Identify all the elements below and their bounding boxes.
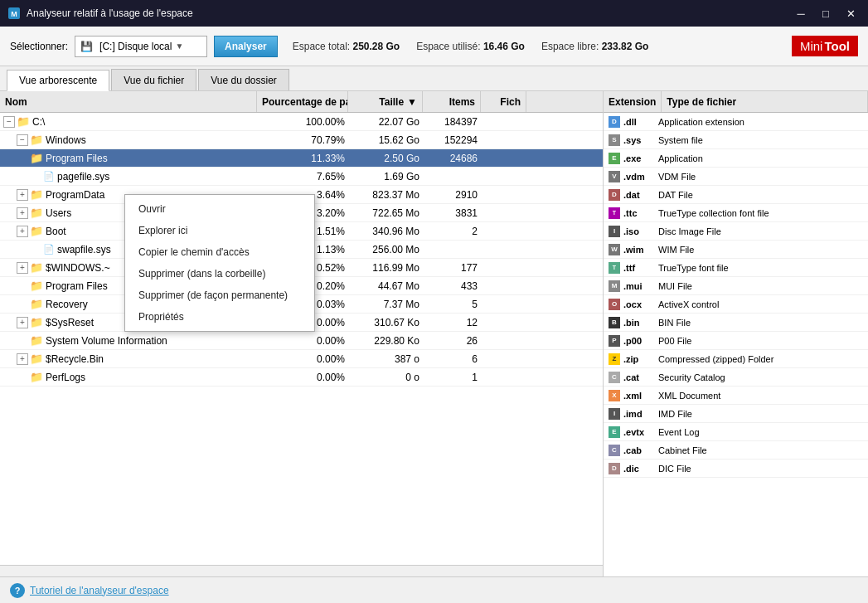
ext-row[interactable]: V.vdmVDM File	[604, 168, 868, 186]
ext-extension-label: .xml	[623, 391, 642, 401]
tree-row-fich	[481, 113, 526, 130]
ext-type-icon: D	[609, 463, 620, 474]
tab-folder-view[interactable]: Vue du dossier	[198, 69, 289, 90]
brand-mini: Mini	[800, 39, 823, 53]
tree-panel: Nom Pourcentage de parent Taille ▼ Items…	[0, 91, 604, 576]
tree-row-taille: 0 o	[348, 368, 423, 386]
ext-type-label: XML Document	[653, 387, 868, 404]
expand-button[interactable]: +	[17, 262, 28, 274]
ext-row[interactable]: E.evtxEvent Log	[604, 423, 868, 441]
ext-row[interactable]: I.isoDisc Image File	[604, 222, 868, 241]
col-header-nom[interactable]: Nom	[0, 91, 257, 112]
ext-type-icon: V	[609, 171, 620, 182]
tree-row[interactable]: +📁$Recycle.Bin0.00%387 o6	[0, 350, 603, 368]
close-button[interactable]: ✕	[840, 4, 861, 22]
tree-row-pct: 70.79%	[257, 131, 348, 148]
tree-row-items: 184397	[423, 113, 481, 130]
col-header-pourcentage[interactable]: Pourcentage de parent	[257, 91, 348, 112]
ext-row[interactable]: E.exeApplication	[604, 149, 868, 168]
collapse-button[interactable]: −	[3, 116, 15, 128]
tree-row-name: Recovery	[46, 299, 88, 310]
tree-row-taille: 22.07 Go	[348, 113, 423, 130]
context-menu-item[interactable]: Supprimer (dans la corbeille)	[125, 263, 314, 284]
free-space-label: Espace libre:	[541, 41, 599, 52]
tree-row-taille: 722.65 Mo	[348, 204, 423, 221]
ext-row[interactable]: Z.zipCompressed (zipped) Folder	[604, 350, 868, 368]
sort-arrow-icon: ▼	[407, 96, 417, 108]
ext-type-icon: E	[609, 426, 620, 438]
ext-row[interactable]: P.p00P00 File	[604, 332, 868, 350]
tree-row[interactable]: 📁PerfLogs0.00%0 o1	[0, 368, 603, 387]
tree-row-fich	[481, 277, 526, 294]
ext-extension-label: .vdm	[623, 172, 645, 182]
context-menu-item[interactable]: Propriétés	[125, 306, 314, 328]
ext-type-icon: T	[609, 207, 620, 219]
tree-row[interactable]: −📁Windows70.79%15.62 Go152294	[0, 131, 603, 149]
tree-row-items: 6	[423, 350, 481, 367]
context-menu-item[interactable]: Explorer ici	[125, 220, 314, 241]
ext-type-icon: X	[609, 390, 620, 401]
ext-type-label: DIC File	[653, 460, 868, 477]
col-header-items[interactable]: Items	[423, 91, 481, 112]
ext-extension-label: .p00	[623, 336, 642, 346]
expand-button[interactable]: +	[17, 317, 28, 328]
ext-type-icon: D	[609, 189, 620, 201]
drive-selector[interactable]: 💾 [C:] Disque local ▼	[75, 36, 207, 57]
ext-row[interactable]: C.catSecurity Catalog	[604, 368, 868, 387]
tab-tree-view[interactable]: Vue arborescente	[7, 70, 109, 91]
expand-button[interactable]: +	[17, 207, 28, 219]
expand-button[interactable]: +	[17, 189, 28, 201]
ext-row[interactable]: T.ttfTrueType font file	[604, 259, 868, 277]
tab-file-view[interactable]: Vue du fichier	[111, 69, 196, 90]
ext-row[interactable]: D.dicDIC File	[604, 460, 868, 478]
ext-row[interactable]: S.sysSystem file	[604, 131, 868, 149]
folder-icon: 📁	[30, 134, 43, 146]
ext-extension-label: .zip	[623, 354, 638, 364]
tree-row-items: 24686	[423, 149, 481, 167]
col-header-taille[interactable]: Taille ▼	[348, 91, 423, 112]
ext-type-label: Compressed (zipped) Folder	[653, 350, 868, 367]
expand-button[interactable]: +	[17, 226, 28, 237]
ext-col-header-type[interactable]: Type de fichier	[662, 91, 868, 112]
ext-row[interactable]: I.imdIMD File	[604, 405, 868, 423]
context-menu-item[interactable]: Supprimer (de façon permanente)	[125, 284, 314, 306]
toolbar: Sélectionner: 💾 [C:] Disque local ▼ Anal…	[0, 27, 868, 66]
file-icon: 📄	[43, 244, 55, 255]
tree-row[interactable]: −📁C:\100.00%22.07 Go184397	[0, 113, 603, 131]
ext-extension-label: .mui	[623, 281, 643, 291]
collapse-button[interactable]: −	[17, 134, 28, 146]
horizontal-scrollbar[interactable]	[0, 565, 603, 576]
tree-row-name: pagefile.sys	[57, 171, 109, 182]
ext-row[interactable]: M.muiMUI File	[604, 277, 868, 295]
ext-row[interactable]: B.binBIN File	[604, 314, 868, 332]
ext-row[interactable]: X.xmlXML Document	[604, 387, 868, 405]
ext-col-header-ext[interactable]: Extension	[604, 91, 662, 112]
ext-row[interactable]: D.dllApplication extension	[604, 113, 868, 131]
total-space-label: Espace total:	[293, 41, 350, 52]
brand-logo: Mini Tool	[792, 36, 858, 56]
restore-button[interactable]: □	[815, 4, 836, 22]
ext-row[interactable]: T.ttcTrueType collection font file	[604, 204, 868, 222]
ext-scroll-area[interactable]: D.dllApplication extensionS.sysSystem fi…	[604, 113, 868, 576]
context-menu-item[interactable]: Ouvrir	[125, 198, 314, 220]
tree-row[interactable]: 📁Program Files11.33%2.50 Go24686	[0, 149, 603, 168]
context-menu-item[interactable]: Copier le chemin d'accès	[125, 241, 314, 263]
col-header-fichiers[interactable]: Fich	[481, 91, 526, 112]
used-space-label: Espace utilisé:	[416, 41, 480, 52]
ext-row[interactable]: O.ocxActiveX control	[604, 295, 868, 314]
tree-row-pct: 0.00%	[257, 332, 348, 349]
tree-row-name: Program Files	[46, 280, 108, 292]
tree-row[interactable]: 📄pagefile.sys7.65%1.69 Go	[0, 168, 603, 186]
tree-scroll-area[interactable]: −📁C:\100.00%22.07 Go184397−📁Windows70.79…	[0, 113, 603, 565]
analyse-button[interactable]: Analyser	[214, 36, 278, 57]
folder-icon: 📁	[30, 261, 43, 274]
help-icon[interactable]: ?	[10, 583, 25, 598]
expand-button[interactable]: +	[17, 353, 28, 365]
ext-row[interactable]: D.datDAT File	[604, 186, 868, 204]
help-link[interactable]: Tutoriel de l'analyseur d'espace	[30, 585, 169, 596]
ext-row[interactable]: C.cabCabinet File	[604, 441, 868, 460]
extension-panel: Extension Type de fichier D.dllApplicati…	[604, 91, 868, 576]
ext-row[interactable]: W.wimWIM File	[604, 241, 868, 259]
minimize-button[interactable]: ─	[790, 4, 812, 22]
tree-row[interactable]: 📁System Volume Information0.00%229.80 Ko…	[0, 332, 603, 350]
